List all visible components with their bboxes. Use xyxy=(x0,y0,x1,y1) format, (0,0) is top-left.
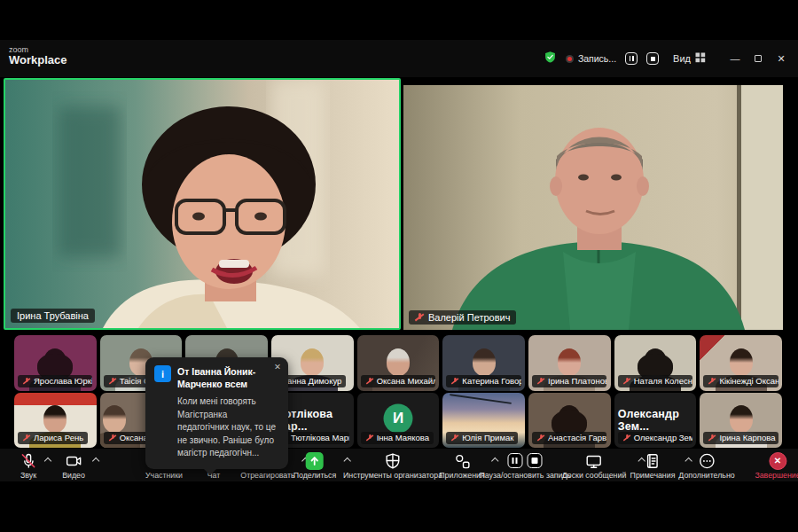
participant-tile[interactable]: Оксана Михайле... xyxy=(357,335,440,391)
encryption-shield-icon xyxy=(544,51,557,67)
avatar: И xyxy=(384,403,413,433)
stop-recording-button[interactable] xyxy=(646,52,659,65)
participant-tile[interactable]: Юлія Примак xyxy=(442,393,525,448)
whiteboards-button[interactable]: Доски сообщений xyxy=(562,451,627,480)
minimize-button[interactable]: — xyxy=(724,45,747,72)
video-letterbox-top xyxy=(403,78,794,85)
filmstrip-row2: Лариса Рень Оксана Тютлікова Мар... Тютл… xyxy=(14,393,782,448)
chevron-up-icon[interactable] xyxy=(44,458,51,465)
tree-branch-decoration xyxy=(450,394,512,404)
muted-mic-icon xyxy=(109,377,116,385)
zoom-meeting-window: zoom Workplace Запись... Вид xyxy=(0,0,798,532)
muted-mic-icon xyxy=(23,377,30,385)
chat-popup-message: Коли мені говорять Магістранка педагогіч… xyxy=(177,395,279,460)
participant-name-tag: Кікінежді Оксана xyxy=(703,375,778,387)
restore-button[interactable] xyxy=(747,45,770,72)
apps-icon xyxy=(453,452,471,470)
app-brand: zoom Workplace xyxy=(9,45,67,67)
participant-name-tag: Анастасія Гарва... xyxy=(532,432,606,444)
muted-mic-icon xyxy=(708,434,716,442)
participant-tile[interactable]: Ірина Карпова xyxy=(700,393,782,448)
restore-icon xyxy=(755,55,762,62)
mic-muted-icon xyxy=(20,452,37,470)
speaker-left-name: Ірина Трубавіна xyxy=(17,310,89,321)
view-label: Вид xyxy=(673,53,691,64)
muted-mic-icon xyxy=(623,434,630,442)
muted-mic-icon xyxy=(415,313,424,323)
whiteboard-icon xyxy=(585,452,603,470)
participant-name-tag: Інна Маякова xyxy=(361,432,434,444)
participant-tile[interactable]: Кікінежді Оксана xyxy=(700,335,782,391)
muted-mic-icon xyxy=(537,434,544,442)
muted-mic-icon xyxy=(109,434,116,442)
more-button[interactable]: Дополнительно xyxy=(678,451,734,480)
participant-name-tag: Оксана Михайле... xyxy=(361,375,435,387)
participant-name-tag: Ірина Платонова xyxy=(532,375,606,387)
participant-tile[interactable]: Наталя Колесніч... xyxy=(614,335,697,391)
participant-tile[interactable]: Лариса Рень xyxy=(14,393,97,448)
muted-mic-icon xyxy=(451,377,458,385)
participant-tile[interactable]: Олександр Зем... Олександр Зем... xyxy=(614,393,697,448)
participant-name-tag: Катерина Говор ... xyxy=(446,375,520,387)
speaker-right-name: Валерій Петрович xyxy=(428,312,510,323)
participant-name-tag: Лариса Рень xyxy=(18,432,88,444)
participant-tile[interactable]: И Інна Маякова xyxy=(357,393,440,448)
host-tools-button[interactable]: Инструменты организатора xyxy=(343,451,442,480)
chevron-up-icon[interactable] xyxy=(92,458,99,465)
participant-name-tag: Олександр Зем... xyxy=(618,432,692,444)
end-call-icon: ✕ xyxy=(769,452,786,470)
stop-icon[interactable] xyxy=(527,453,542,468)
chat-info-icon: і xyxy=(154,365,171,382)
grid-view-icon xyxy=(695,51,706,66)
speaker-name-tag: Валерій Петрович xyxy=(409,310,516,325)
muted-mic-icon xyxy=(366,377,373,385)
apps-button[interactable]: Приложения xyxy=(439,451,484,480)
chat-notification-popup[interactable]: і От Іванна Йоник-Марченко всем ✕ Коли м… xyxy=(145,357,288,469)
muted-mic-icon xyxy=(451,434,458,442)
notes-button[interactable]: Примечания xyxy=(630,451,676,480)
muted-mic-icon xyxy=(623,377,630,385)
end-meeting-button[interactable]: ✕ Завершение xyxy=(755,451,798,480)
speaker-tile-right[interactable]: Валерій Петрович xyxy=(403,78,794,330)
muted-mic-icon xyxy=(366,434,373,442)
speaker-name-tag: Ірина Трубавіна xyxy=(11,309,95,323)
record-dot-icon xyxy=(566,55,574,63)
muted-mic-icon xyxy=(537,377,544,385)
close-icon[interactable]: ✕ xyxy=(274,363,281,372)
participant-name-tag: Ірина Карпова xyxy=(703,432,778,444)
participant-tile[interactable]: Ярослава Юрків xyxy=(14,335,97,391)
chat-popup-title: От Іванна Йоник-Марченко всем xyxy=(177,365,269,390)
participant-tile[interactable]: Анастасія Гарва... xyxy=(528,393,611,448)
notes-icon xyxy=(644,452,661,470)
speaker-video-left xyxy=(5,80,399,328)
muted-mic-icon xyxy=(23,434,30,442)
more-ellipsis-icon xyxy=(698,452,716,470)
recording-label: Запись... xyxy=(578,53,616,64)
camera-icon xyxy=(65,452,82,470)
recording-indicator: Запись... xyxy=(566,53,616,64)
participant-name-tag: Наталя Колесніч... xyxy=(618,375,692,387)
titlebar: zoom Workplace Запись... Вид xyxy=(0,40,798,77)
muted-mic-icon xyxy=(708,377,716,385)
close-button[interactable]: ✕ xyxy=(770,45,793,72)
speaker-tile-active[interactable]: Ірина Трубавіна xyxy=(4,78,401,330)
main-video-area: Ірина Трубавіна xyxy=(0,78,798,330)
participant-name-tag: Юлія Примак xyxy=(446,432,518,444)
video-letterbox-right xyxy=(783,78,794,330)
video-button[interactable]: Видео xyxy=(62,451,85,480)
pause-recording-button[interactable] xyxy=(625,52,638,65)
brand-workplace-label: Workplace xyxy=(9,54,67,67)
audio-button[interactable]: Звук xyxy=(20,451,37,480)
shield-icon xyxy=(384,452,402,470)
meeting-toolbar: Звук Видео 113 xyxy=(0,448,798,481)
speaker-video-right xyxy=(403,78,794,330)
filmstrip-row1: Ярослава Юрків Таісія С Жанна Димокур Ок… xyxy=(14,335,782,391)
pause-icon[interactable] xyxy=(507,453,522,468)
participant-tile[interactable]: Ірина Платонова xyxy=(528,335,611,391)
share-icon xyxy=(306,452,324,470)
participant-name-tag: Ярослава Юрків xyxy=(18,375,92,387)
share-screen-button[interactable]: Поделиться xyxy=(293,451,337,480)
participant-tile[interactable]: Катерина Говор ... xyxy=(442,335,525,391)
pause-stop-recording-button[interactable]: Пауза/остановить запись xyxy=(480,451,571,480)
view-button[interactable]: Вид xyxy=(673,51,706,66)
